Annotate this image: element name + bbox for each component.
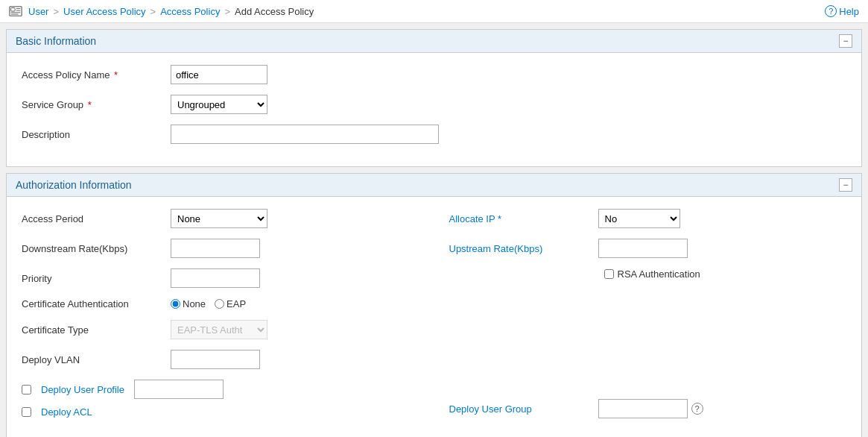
deploy-user-group-row: Deploy User Group ? [449,399,847,418]
cert-auth-eap-radio[interactable] [215,299,224,309]
access-period-label: Access Period [22,213,171,224]
auth-info-body: Access Period None Downstream Rate(Kbps) [7,197,861,437]
cert-type-row: Certificate Type EAP-TLS Autht [22,320,419,339]
basic-info-title: Basic Information [16,35,96,47]
basic-info-body: Access Policy Name * Service Group * Ung… [7,53,861,166]
breadcrumb-user[interactable]: User [28,6,48,17]
upstream-rate-input[interactable] [598,239,688,258]
upstream-rate-row: Upstream Rate(Kbps) [449,239,847,258]
help-label: Help [839,6,859,17]
svg-rect-1 [11,8,15,12]
deploy-vlan-label: Deploy VLAN [22,354,171,365]
cert-type-label: Certificate Type [22,324,171,336]
auth-grid: Access Period None Downstream Rate(Kbps) [22,209,846,429]
help-circle-icon: ? [825,5,837,17]
deploy-user-group-label: Deploy User Group [449,403,598,415]
cert-auth-none-radio[interactable] [171,299,180,309]
auth-info-header: Authorization Information − [7,174,861,197]
deploy-user-profile-input[interactable] [134,380,224,399]
description-label: Description [22,129,171,140]
breadcrumb-sep-3: > [224,6,230,17]
deploy-vlan-input[interactable] [171,350,260,369]
cert-auth-none-text: None [183,298,206,309]
service-group-required: * [85,99,92,110]
basic-info-collapse-btn[interactable]: − [839,34,852,48]
access-period-row: Access Period None [22,209,419,228]
allocate-ip-row: Allocate IP * No [449,209,847,228]
rsa-auth-checkbox[interactable] [604,269,614,279]
allocate-ip-label: Allocate IP * [449,213,598,224]
service-group-select[interactable]: Ungrouped [171,95,267,114]
policy-name-required: * [111,69,118,81]
deploy-acl-checkbox-label[interactable] [22,407,31,417]
policy-name-row: Access Policy Name * [22,65,846,84]
deploy-acl-row: Deploy ACL [22,406,419,418]
rsa-auth-checkbox-label[interactable]: RSA Authentication [604,268,700,280]
auth-right-col: Allocate IP * No Upstream Rate(Kbps) [434,209,847,429]
cert-auth-eap-text: EAP [226,298,246,309]
breadcrumb-access-policy[interactable]: Access Policy [160,6,220,17]
description-row: Description [22,125,846,144]
policy-name-input[interactable] [171,65,267,84]
priority-input[interactable] [171,268,260,288]
breadcrumb-bar: User > User Access Policy > Access Polic… [0,0,868,23]
auth-info-panel: Authorization Information − Access Perio… [6,173,862,437]
cert-auth-row: Certificate Authentication None EAP [22,298,419,309]
policy-name-label: Access Policy Name * [22,69,171,81]
auth-info-title: Authorization Information [16,179,132,191]
cert-type-select[interactable]: EAP-TLS Autht [171,320,267,339]
downstream-rate-input[interactable] [171,239,260,258]
deploy-user-group-spacer: Deploy User Group ? [449,399,847,418]
allocate-ip-required: * [495,213,501,224]
rsa-auth-label: RSA Authentication [618,268,700,280]
basic-info-header: Basic Information − [7,30,861,53]
service-group-row: Service Group * Ungrouped [22,95,846,114]
access-period-select[interactable]: None [171,209,267,228]
deploy-user-profile-label: Deploy User Profile [41,384,124,395]
deploy-user-profile-checkbox-label[interactable] [22,385,31,394]
cert-auth-radio-group: None EAP [171,298,246,309]
deploy-user-group-help-icon[interactable]: ? [691,403,703,415]
priority-label: Priority [22,273,171,284]
allocate-ip-select[interactable]: No [598,209,680,228]
deploy-acl-label: Deploy ACL [41,406,92,418]
breadcrumb-current: Add Access Policy [235,6,314,17]
help-link[interactable]: ? Help [825,5,859,17]
user-icon [9,4,22,18]
basic-info-panel: Basic Information − Access Policy Name *… [6,29,862,167]
breadcrumb-sep-1: > [53,6,59,17]
deploy-vlan-row: Deploy VLAN [22,350,419,369]
cert-auth-label: Certificate Authentication [22,298,171,309]
upstream-rate-label: Upstream Rate(Kbps) [449,243,598,254]
breadcrumb-sep-2: > [151,6,156,17]
auth-info-collapse-btn[interactable]: − [839,178,852,192]
main-content: Basic Information − Access Policy Name *… [0,23,868,437]
auth-left-col: Access Period None Downstream Rate(Kbps) [22,209,434,429]
deploy-acl-checkbox[interactable] [22,407,31,417]
cert-auth-eap-label[interactable]: EAP [215,298,246,309]
description-input[interactable] [171,125,439,144]
rsa-auth-row: RSA Authentication [449,268,847,280]
downstream-rate-row: Downstream Rate(Kbps) [22,239,419,258]
deploy-user-profile-row: Deploy User Profile [22,380,419,399]
service-group-label: Service Group * [22,99,171,110]
cert-auth-none-label[interactable]: None [171,298,206,309]
deploy-user-group-input[interactable] [598,399,688,418]
breadcrumb: User > User Access Policy > Access Polic… [9,4,314,18]
downstream-rate-label: Downstream Rate(Kbps) [22,243,171,254]
priority-row: Priority [22,268,419,288]
deploy-user-profile-checkbox[interactable] [22,385,31,394]
breadcrumb-user-access-policy[interactable]: User Access Policy [63,6,146,17]
